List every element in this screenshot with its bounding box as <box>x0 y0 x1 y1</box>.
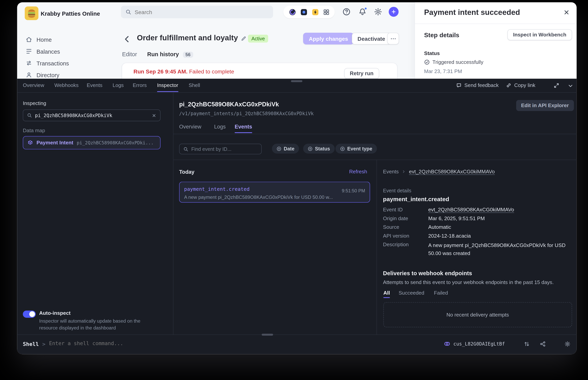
create-plus-button[interactable] <box>389 7 398 17</box>
workspace-name[interactable]: Krabby Patties Online <box>41 10 100 17</box>
app-workflows-icon[interactable] <box>289 8 296 16</box>
deliveries-tab-succeeded[interactable]: Succeeded <box>399 290 424 296</box>
filter-status-button[interactable]: Status <box>303 144 335 153</box>
deliveries-tabs: All Succeeded Failed <box>383 290 497 298</box>
settings-gear-icon[interactable] <box>374 8 382 16</box>
apps-grid-icon[interactable] <box>323 9 330 16</box>
link-icon <box>506 82 511 88</box>
sidebar-item-balances[interactable]: Balances <box>25 46 60 56</box>
sidebar-item-transactions[interactable]: Transactions <box>25 58 69 68</box>
expand-icon[interactable] <box>553 82 559 89</box>
plus-circle-icon <box>340 146 345 151</box>
edit-pencil-icon[interactable] <box>241 36 246 41</box>
shell-prompt: Shell <box>23 341 39 347</box>
wb-tab-events[interactable]: Events <box>87 82 102 88</box>
app-zap-icon[interactable] <box>311 8 319 16</box>
app-window: Krabby Patties Online Home Balances Tran… <box>17 2 576 354</box>
sort-arrows-icon[interactable] <box>524 341 530 347</box>
notifications-bell-icon[interactable] <box>358 8 367 16</box>
breadcrumb-current[interactable]: evt_2QzhBC589O8KAxCG0kiMMAVo <box>409 169 495 174</box>
sidebar-item-label: Balances <box>37 48 60 55</box>
wb-tab-errors[interactable]: Errors <box>133 82 147 88</box>
wb-tab-shell[interactable]: Shell <box>189 82 200 88</box>
event-group-label: Today <box>179 169 195 175</box>
send-feedback-button[interactable]: Send feedback <box>456 82 499 88</box>
overflow-menu-button[interactable] <box>387 33 399 44</box>
field-row: Description A new payment pi_2QzhBC589O8… <box>383 242 573 258</box>
inspector-search[interactable] <box>23 110 160 121</box>
shell-command-input[interactable] <box>49 340 262 346</box>
event-time: 9:51:50 PM <box>342 188 365 193</box>
refresh-link[interactable]: Refresh <box>349 169 367 174</box>
step-details-heading: Step details <box>424 32 459 39</box>
run-alert-text: Run Sep 26 9:45 AM. Failed to complete <box>134 68 234 75</box>
deliveries-tab-all[interactable]: All <box>383 290 390 296</box>
field-row: API version 2024-12-18.acacia <box>383 233 573 242</box>
global-search[interactable] <box>121 6 273 18</box>
sidebar-item-label: Transactions <box>37 60 69 66</box>
copy-link-button[interactable]: Copy link <box>506 82 535 88</box>
find-event-input[interactable] <box>191 146 257 152</box>
resource-tab-events[interactable]: Events <box>235 124 252 130</box>
data-map-item-id: pi_2QzhBC58908KAxCG0xPDki... <box>77 140 154 145</box>
help-icon[interactable] <box>342 8 351 16</box>
workspace-logo[interactable] <box>25 6 39 20</box>
inspect-in-workbench-button[interactable]: Inspect in Workbench <box>508 29 572 40</box>
feedback-bubble-icon <box>456 82 462 88</box>
edit-in-api-explorer-button[interactable]: Edit in API Explorer <box>516 100 574 111</box>
back-button[interactable] <box>123 35 131 43</box>
wb-tab-inspector[interactable]: Inspector <box>157 82 178 88</box>
wb-tab-logs[interactable]: Logs <box>113 82 124 88</box>
deliveries-tab-failed[interactable]: Failed <box>434 290 448 296</box>
search-input[interactable] <box>135 9 269 15</box>
shell-settings-gear-icon[interactable] <box>565 341 570 347</box>
resource-path: /v1/payment_intents/pi_2QzhBC58908KAxCG0… <box>179 111 314 116</box>
workflow-nodes-icon[interactable] <box>540 341 546 347</box>
step-detail-panel: Payment intent succeeded Step details In… <box>414 2 577 79</box>
customer-venn-icon <box>444 341 451 347</box>
event-details-title: payment_intent.created <box>383 196 449 203</box>
wb-tab-overview[interactable]: Overview <box>23 82 44 88</box>
shell-drag-handle[interactable] <box>262 334 273 336</box>
page-title: Order fulfillment and loyalty <box>137 34 238 42</box>
status-badge: Active <box>248 35 268 43</box>
sidebar-item-directory[interactable]: Directory <box>25 70 59 80</box>
shell-customer-chip[interactable]: cus_L82G0DAIEgLtBf <box>444 341 505 347</box>
notification-dot <box>364 7 367 10</box>
sidebar-item-home[interactable]: Home <box>25 35 52 44</box>
clear-x-icon[interactable] <box>152 113 156 117</box>
screen: Krabby Patties Online Home Balances Tran… <box>0 0 588 380</box>
resource-tab-overview[interactable]: Overview <box>179 124 201 130</box>
workbench-drag-handle[interactable] <box>291 80 302 82</box>
inspector-search-input[interactable] <box>35 113 149 118</box>
shell-prompt-chevron: > <box>42 341 45 347</box>
close-icon[interactable] <box>563 9 570 16</box>
collapse-chevron-icon[interactable] <box>568 83 573 89</box>
resource-tab-logs[interactable]: Logs <box>214 124 226 130</box>
shell-bar: Shell > cus_L82G0DAIEgLtBf <box>17 335 576 354</box>
tab-editor[interactable]: Editor <box>122 51 137 57</box>
retry-run-button[interactable]: Retry run <box>344 68 379 78</box>
plus-circle-icon <box>276 146 281 151</box>
wb-tab-webhooks[interactable]: Webhooks <box>54 82 78 88</box>
status-label: Status <box>424 51 440 56</box>
event-fields: Event ID evt_2QzhBC589O8KAxCG0kiMMAVo Or… <box>383 207 573 259</box>
apply-changes-button[interactable]: Apply changes <box>303 33 354 44</box>
app-blue-icon[interactable] <box>300 8 308 16</box>
data-map-item-type: Payment Intent <box>37 140 73 146</box>
auto-inspect-toggle[interactable] <box>23 310 36 318</box>
deactivate-button[interactable]: Deactivate <box>352 33 391 44</box>
event-id-link[interactable]: evt_2QzhBC589O8KAxCG0kiMMAVo <box>428 207 514 212</box>
filter-event-type-button[interactable]: Event type <box>335 144 377 153</box>
event-list-item[interactable]: payment_intent.created 9:51:50 PM A new … <box>179 182 370 203</box>
run-alert-message: Failed to complete <box>189 68 234 75</box>
data-map-item-payment-intent[interactable]: Payment Intent pi_2QzhBC58908KAxCG0xPDki… <box>23 136 160 150</box>
run-alert-run-label: Run Sep 26 9:45 AM. <box>134 68 188 75</box>
find-event-search[interactable] <box>179 144 262 154</box>
tab-run-history[interactable]: Run history 56 <box>147 51 193 57</box>
directory-icon <box>25 72 32 78</box>
filter-date-button[interactable]: Date <box>272 144 299 153</box>
sidebar-item-label: Home <box>37 36 52 43</box>
breadcrumb-root[interactable]: Events <box>383 169 399 174</box>
event-type: payment_intent.created <box>184 186 250 192</box>
